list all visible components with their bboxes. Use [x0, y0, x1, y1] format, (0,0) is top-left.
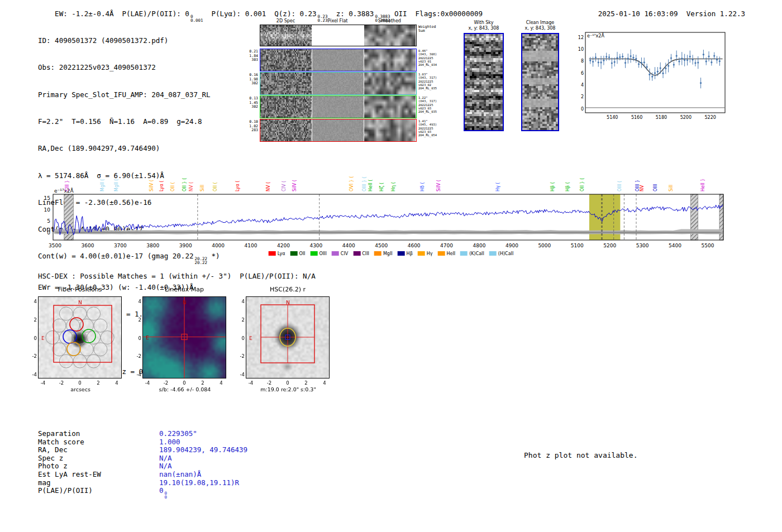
panel-y-tick: 0 [28, 336, 37, 341]
match-table-row: Photo zN/A [38, 462, 247, 471]
spectrum-y-tick: 10 [44, 207, 51, 213]
data-point [676, 55, 678, 56]
match-field-value: nan(±nan)Å [159, 471, 201, 479]
emission-line-label: Hη ( [391, 182, 396, 191]
match-field-label: Separation [38, 430, 159, 438]
legend-swatch [437, 251, 445, 256]
data-point [603, 60, 604, 61]
cutout-row-annotation: 0.46" (843, 308) 20221225 v023_01 204_RL… [418, 49, 445, 66]
ew-value: EW: -1.2±-0.4Å [55, 9, 113, 18]
spectrum-y-tick: 5 [47, 218, 50, 224]
emission-line-label: SiIV ( [292, 180, 297, 191]
panel-y-tick: -4 [28, 372, 37, 377]
fiber-circle [53, 343, 66, 356]
panel-x-tick: -2 [164, 380, 168, 386]
lineflux-map-panel: Lineflux Map NE s/b: -4.66 +/- 0.084 -4-… [142, 296, 226, 378]
spec2d-image [260, 73, 312, 94]
panel-y-tick: 4 [133, 299, 141, 304]
emission-line-label: OII ( [213, 182, 218, 191]
legend-swatch [489, 251, 497, 256]
legend-swatch [418, 251, 425, 256]
match-field-label: Spec z [38, 454, 159, 463]
zoom-y-tick: 2 [581, 94, 584, 99]
data-point [705, 60, 707, 62]
data-point [667, 65, 669, 66]
zoom-y-tick: 0 [581, 107, 584, 112]
match-field-label: Est LyA rest-EW [38, 471, 159, 479]
panel-title: Fiber Positions [39, 286, 121, 293]
data-point [619, 56, 621, 58]
legend-swatch [353, 251, 360, 256]
spectrum-x-tick: 4300 [309, 243, 322, 248]
spectrum-x-tick: 4400 [342, 243, 355, 248]
spectrum-x-tick: 4900 [506, 243, 518, 248]
panel-y-tick: 0 [133, 336, 141, 341]
info-primary: Primary Spec_Slot_IFU_AMP: 204_087_037_R… [38, 90, 220, 99]
panel-y-tick: -2 [236, 353, 245, 359]
spec2d-image [260, 25, 312, 46]
data-point [611, 62, 613, 64]
legend-label: Hβ [407, 251, 413, 256]
panel-y-tick: -4 [236, 372, 245, 377]
value-range-stack: 00 [165, 491, 168, 499]
full-spectrum-plot: 3500360037003800390040004100420043004400… [34, 147, 751, 250]
spectrum-x-tick: 3900 [179, 243, 192, 248]
cutout-row-annotation: 1.03" (843, 317) 20221225 v023_02 204_RL… [418, 73, 445, 90]
fiber-circle [73, 354, 87, 368]
data-point [689, 56, 691, 57]
match-table-row: Spec zN/A [38, 454, 247, 463]
panel-y-tick: 0 [236, 336, 245, 341]
emission-line-label: NV ( [266, 182, 271, 191]
data-point [716, 59, 718, 60]
spec2d-image [260, 96, 312, 118]
data-point [592, 61, 594, 63]
fiber-circle [87, 331, 101, 344]
legend-label: Lyα [278, 251, 285, 256]
spec2d-image [260, 119, 312, 141]
lineflux-map-overlay: NE [143, 297, 226, 378]
match-field-value: 0.229305" [159, 430, 197, 438]
spectrum-x-tick: 4000 [212, 243, 225, 248]
smoothed-image [364, 73, 416, 94]
match-table-row: Separation0.229305" [38, 430, 247, 438]
hsc-image-overlay: NE [246, 297, 329, 378]
panel-x-tick: -4 [41, 380, 45, 386]
data-point [646, 66, 647, 68]
panel-y-tick: 4 [28, 299, 37, 304]
plae-value: P(LAE)/P(OII): 000.001 [122, 9, 203, 18]
compass-east: E [146, 335, 149, 341]
spectrum-x-tick: 3700 [114, 243, 127, 248]
fiber-circle [59, 354, 73, 368]
panel-x-tick: 0 [78, 380, 81, 386]
zoom-x-tick: 5180 [656, 115, 667, 120]
zoom-y-tick: 6 [581, 71, 584, 76]
compass-east: E [249, 336, 252, 341]
fiber-circle-green [82, 329, 96, 343]
legend-label: OII [299, 251, 305, 256]
spectrum-x-tick: 5200 [603, 243, 616, 248]
data-point [711, 61, 712, 63]
panel-x-tick: 2 [97, 380, 99, 386]
data-point [713, 55, 715, 56]
legend-label: CIII [362, 251, 369, 256]
hsc-image-panel: HSC(26.2) r NE m:19.0 re:2.0" s:0.3" -4-… [246, 296, 330, 378]
info-cont-w: Cont(w) = 4.00(±0.01)e-17 (gmag 20.2220.… [38, 252, 220, 265]
cutout-row [260, 25, 417, 46]
data-point [692, 59, 694, 60]
data-point [673, 64, 675, 65]
match-table-row: RA, Dec189.904239, 49.746439 [38, 446, 247, 454]
panel-x-tick: 0 [183, 380, 185, 386]
match-field-value: 1.000 [159, 438, 180, 447]
data-point [614, 61, 616, 63]
data-point [622, 56, 623, 57]
panel-y-tick: -2 [133, 353, 141, 359]
emission-line-label: NV ( [189, 182, 194, 191]
info-obs: Obs: 20221225v023_4090501372 [38, 63, 220, 72]
legend-label: OIII [319, 251, 326, 256]
panel-x-tick: -2 [59, 380, 64, 386]
cutout-row [260, 95, 417, 118]
data-point [657, 71, 659, 73]
smoothed-image [364, 49, 416, 71]
spec2d-image [260, 49, 312, 71]
zoom-y-tick: 8 [581, 59, 584, 64]
